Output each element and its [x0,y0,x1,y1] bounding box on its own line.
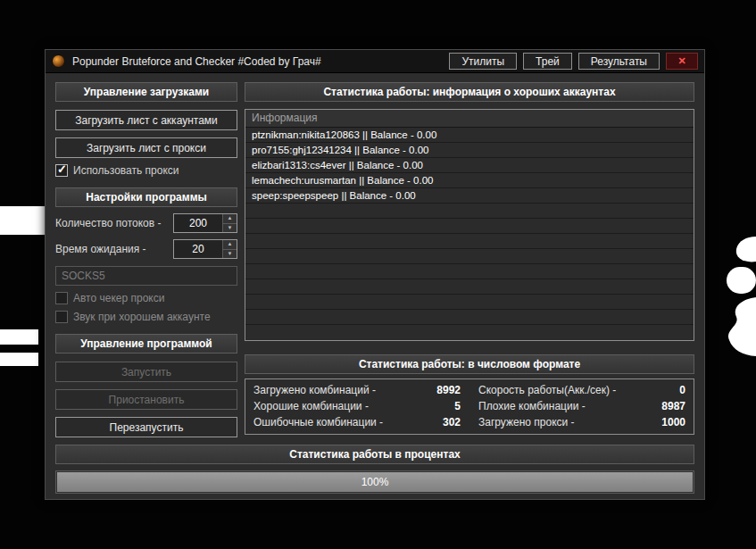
loads-group-header: Управление загрузками [55,82,237,102]
stat-value: 1000 [661,416,685,428]
settings-group-header: Настройки программы [55,187,237,207]
accounts-list: Информация ptznikman:nikita120863 || Bal… [245,109,694,341]
sound-label: Звук при хорошем аккаунте [73,311,211,323]
accounts-column-header: Информация [245,110,694,128]
account-row-empty [245,325,694,340]
threads-row: Количество потоков - 200 ▲ ▼ [55,213,237,233]
close-icon[interactable]: ✕ [666,53,698,70]
timeout-label: Время ожидания - [55,243,146,255]
window-title: Popunder Bruteforce and Checker #Coded b… [72,55,443,68]
results-button[interactable]: Результаты [578,53,660,70]
start-button[interactable]: Запустить [55,362,237,382]
progress-group-header: Статистика работы в процентах [55,445,694,464]
background-shape [0,353,38,366]
spinner-down-icon[interactable]: ▼ [223,250,237,259]
sound-checkbox[interactable]: Звук при хорошем аккаунте [55,311,237,323]
auto-proxy-label: Авто чекер прокси [73,292,164,304]
spinner-up-icon[interactable]: ▲ [223,240,237,250]
account-row[interactable]: elizbari1313:cs4ever || Balance - 0.00 [245,158,694,173]
stats-box: Загружено комбинаций - 8992 Скорость раб… [245,378,694,435]
account-row-empty [245,310,694,325]
titlebar[interactable]: Popunder Bruteforce and Checker #Coded b… [46,50,704,73]
account-row[interactable]: lemachech:urusmartan || Balance - 0.00 [245,173,694,188]
control-group-header: Управление программой [55,334,237,354]
account-row-empty [245,234,694,249]
progress-section: Статистика работы в процентах 100% [46,437,704,494]
account-row-empty [245,249,694,264]
load-proxy-button[interactable]: Загрузить лист с прокси [55,137,237,158]
accounts-group-header: Статистика работы: информация о хороших … [245,82,694,102]
stat-value: 5 [454,400,461,412]
restart-button[interactable]: Перезапустить [55,417,237,437]
threads-value[interactable]: 200 [174,214,222,232]
proxy-type-field[interactable]: SOCKS5 [55,266,237,286]
stat-value: 302 [443,416,461,428]
timeout-row: Время ожидания - 20 ▲ ▼ [55,239,237,259]
app-window: Popunder Bruteforce and Checker #Coded b… [45,49,705,500]
load-accounts-button[interactable]: Загрузить лист с аккаунтами [55,110,237,130]
utilities-button[interactable]: Утилиты [449,53,517,70]
stat-label: Загружено комбинаций - [253,384,376,396]
tray-button[interactable]: Трей [523,53,572,70]
stat-loaded-combos: Загружено комбинаций - 8992 [253,384,461,396]
use-proxy-label: Использовать прокси [73,164,179,177]
account-row[interactable]: pro7155:ghj12341234 || Balance - 0.00 [245,143,694,158]
account-row[interactable]: speep:speepspeep || Balance - 0.00 [245,188,694,204]
timeout-stepper[interactable]: 20 ▲ ▼ [173,239,237,259]
account-row-empty [245,204,694,219]
stat-good-combos: Хорошие комбинации - 5 [253,400,461,412]
progress-bar: 100% [55,470,694,494]
pause-button[interactable]: Приостановить [55,389,237,410]
progress-label: 100% [361,476,389,488]
stat-label: Загружено прокси - [478,416,575,428]
stat-value: 8992 [436,384,461,396]
threads-stepper[interactable]: 200 ▲ ▼ [173,213,237,233]
stat-label: Ошибочные комбинации - [253,416,383,428]
stat-value: 0 [679,384,685,396]
spinner-up-icon[interactable]: ▲ [223,214,237,224]
stat-label: Плохие комбинации - [478,400,586,412]
account-row-empty [245,219,694,234]
account-row-empty [245,264,694,279]
app-logo-icon [52,54,65,68]
progress-fill: 100% [57,472,693,492]
account-row-empty [245,279,694,295]
stat-bad-combos: Плохие комбинации - 8987 [478,400,685,412]
stat-error-combos: Ошибочные комбинации - 302 [253,416,461,428]
left-panel: Управление загрузками Загрузить лист с а… [55,82,237,437]
threads-label: Количество потоков - [55,217,161,229]
stat-label: Скорость работы(Акк./сек) - [478,384,616,396]
checkbox-checked-icon: ✓ [55,164,68,177]
stat-label: Хорошие комбинации - [253,400,369,412]
background-shape [705,237,756,362]
background-shape [0,206,51,235]
right-panel: Статистика работы: информация о хороших … [245,82,694,437]
checkbox-unchecked-icon [55,311,68,323]
stat-speed: Скорость работы(Акк./сек) - 0 [478,384,685,396]
account-row[interactable]: ptznikman:nikita120863 || Balance - 0.00 [245,128,694,143]
spinner-down-icon[interactable]: ▼ [223,224,237,233]
use-proxy-checkbox[interactable]: ✓ Использовать прокси [55,164,237,177]
background-shape [0,329,38,345]
checkbox-unchecked-icon [55,292,68,304]
account-row-empty [245,295,694,310]
auto-proxy-checkbox[interactable]: Авто чекер прокси [55,292,237,304]
stat-value: 8987 [661,400,685,412]
stat-loaded-proxies: Загружено прокси - 1000 [478,416,685,428]
desktop-background: Popunder Bruteforce and Checker #Coded b… [0,0,756,549]
stats-group-header: Статистика работы: в числовом формате [245,354,694,374]
timeout-value[interactable]: 20 [174,240,222,258]
